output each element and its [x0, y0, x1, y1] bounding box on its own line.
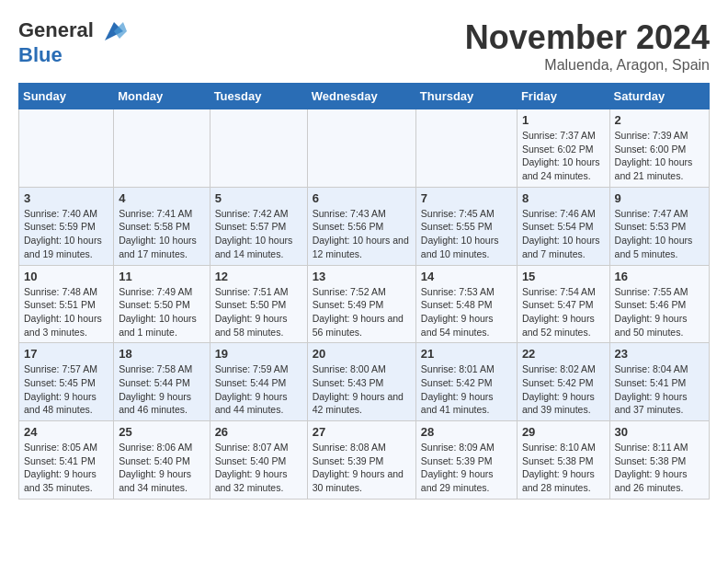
day-info: Sunrise: 7:54 AM Sunset: 5:47 PM Dayligh… [522, 285, 605, 339]
day-number: 26 [215, 425, 302, 439]
day-info: Sunrise: 8:11 AM Sunset: 5:38 PM Dayligh… [615, 441, 704, 495]
calendar-cell: 24Sunrise: 8:05 AM Sunset: 5:41 PM Dayli… [19, 421, 114, 500]
calendar-cell: 7Sunrise: 7:45 AM Sunset: 5:55 PM Daylig… [415, 187, 517, 265]
day-number: 16 [615, 270, 704, 283]
calendar-cell: 18Sunrise: 7:58 AM Sunset: 5:44 PM Dayli… [114, 343, 210, 421]
calendar-cell: 2Sunrise: 7:39 AM Sunset: 6:00 PM Daylig… [609, 109, 709, 188]
day-number: 6 [313, 191, 411, 205]
day-number: 25 [119, 425, 204, 439]
calendar-cell: 10Sunrise: 7:48 AM Sunset: 5:51 PM Dayli… [19, 265, 114, 343]
month-title: November 2024 [465, 18, 710, 57]
day-info: Sunrise: 8:06 AM Sunset: 5:40 PM Dayligh… [119, 441, 204, 495]
logo-text-blue: Blue [18, 44, 127, 66]
day-info: Sunrise: 7:57 AM Sunset: 5:45 PM Dayligh… [24, 362, 108, 417]
day-number: 12 [215, 270, 302, 283]
calendar-cell: 26Sunrise: 8:07 AM Sunset: 5:40 PM Dayli… [210, 421, 307, 500]
day-info: Sunrise: 8:09 AM Sunset: 5:39 PM Dayligh… [421, 441, 512, 495]
day-info: Sunrise: 7:51 AM Sunset: 5:50 PM Dayligh… [215, 285, 302, 339]
calendar-cell [307, 109, 415, 188]
header-thursday: Thursday [415, 84, 517, 109]
calendar-cell: 29Sunrise: 8:10 AM Sunset: 5:38 PM Dayli… [517, 421, 609, 500]
calendar-cell [415, 109, 517, 188]
calendar-cell: 20Sunrise: 8:00 AM Sunset: 5:43 PM Dayli… [307, 343, 415, 421]
calendar-table: SundayMondayTuesdayWednesdayThursdayFrid… [18, 83, 710, 500]
day-info: Sunrise: 7:39 AM Sunset: 6:00 PM Dayligh… [615, 129, 704, 183]
day-number: 15 [522, 270, 605, 283]
calendar-cell: 28Sunrise: 8:09 AM Sunset: 5:39 PM Dayli… [415, 421, 517, 500]
calendar-cell: 11Sunrise: 7:49 AM Sunset: 5:50 PM Dayli… [114, 265, 210, 343]
calendar-header-row: SundayMondayTuesdayWednesdayThursdayFrid… [19, 84, 710, 109]
header-saturday: Saturday [609, 84, 709, 109]
day-info: Sunrise: 7:49 AM Sunset: 5:50 PM Dayligh… [119, 285, 204, 339]
day-info: Sunrise: 7:59 AM Sunset: 5:44 PM Dayligh… [215, 362, 302, 417]
day-info: Sunrise: 7:45 AM Sunset: 5:55 PM Dayligh… [421, 207, 512, 261]
day-info: Sunrise: 7:46 AM Sunset: 5:54 PM Dayligh… [522, 207, 605, 261]
day-info: Sunrise: 7:41 AM Sunset: 5:58 PM Dayligh… [119, 207, 204, 261]
header-monday: Monday [114, 84, 210, 109]
day-number: 30 [615, 425, 704, 439]
day-number: 18 [119, 347, 204, 361]
day-info: Sunrise: 7:42 AM Sunset: 5:57 PM Dayligh… [215, 207, 302, 261]
calendar-cell [114, 109, 210, 188]
day-number: 2 [615, 113, 704, 127]
day-info: Sunrise: 8:01 AM Sunset: 5:42 PM Dayligh… [421, 362, 512, 417]
day-info: Sunrise: 8:10 AM Sunset: 5:38 PM Dayligh… [522, 441, 605, 495]
calendar-cell: 23Sunrise: 8:04 AM Sunset: 5:41 PM Dayli… [609, 343, 709, 421]
day-number: 28 [421, 425, 512, 439]
day-number: 8 [522, 191, 605, 205]
calendar-cell: 17Sunrise: 7:57 AM Sunset: 5:45 PM Dayli… [19, 343, 114, 421]
week-row-1: 3Sunrise: 7:40 AM Sunset: 5:59 PM Daylig… [19, 187, 710, 265]
calendar-cell: 9Sunrise: 7:47 AM Sunset: 5:53 PM Daylig… [609, 187, 709, 265]
day-number: 13 [313, 270, 411, 283]
day-info: Sunrise: 7:37 AM Sunset: 6:02 PM Dayligh… [522, 129, 605, 183]
day-number: 1 [522, 113, 605, 127]
day-number: 5 [215, 191, 302, 205]
header-wednesday: Wednesday [307, 84, 415, 109]
calendar-cell: 15Sunrise: 7:54 AM Sunset: 5:47 PM Dayli… [517, 265, 609, 343]
header-tuesday: Tuesday [210, 84, 307, 109]
location-title: Maluenda, Aragon, Spain [465, 57, 710, 74]
calendar-cell: 13Sunrise: 7:52 AM Sunset: 5:49 PM Dayli… [307, 265, 415, 343]
day-number: 14 [421, 270, 512, 283]
calendar-cell: 25Sunrise: 8:06 AM Sunset: 5:40 PM Dayli… [114, 421, 210, 500]
day-info: Sunrise: 8:08 AM Sunset: 5:39 PM Dayligh… [313, 441, 411, 495]
day-number: 24 [24, 425, 108, 439]
day-number: 29 [522, 425, 605, 439]
day-number: 7 [421, 191, 512, 205]
day-info: Sunrise: 7:52 AM Sunset: 5:49 PM Dayligh… [313, 285, 411, 339]
day-info: Sunrise: 8:05 AM Sunset: 5:41 PM Dayligh… [24, 441, 108, 495]
calendar-cell: 19Sunrise: 7:59 AM Sunset: 5:44 PM Dayli… [210, 343, 307, 421]
day-info: Sunrise: 8:07 AM Sunset: 5:40 PM Dayligh… [215, 441, 302, 495]
day-info: Sunrise: 8:04 AM Sunset: 5:41 PM Dayligh… [615, 362, 704, 417]
calendar-cell: 3Sunrise: 7:40 AM Sunset: 5:59 PM Daylig… [19, 187, 114, 265]
calendar-cell: 21Sunrise: 8:01 AM Sunset: 5:42 PM Dayli… [415, 343, 517, 421]
day-number: 20 [313, 347, 411, 361]
day-info: Sunrise: 7:48 AM Sunset: 5:51 PM Dayligh… [24, 285, 108, 339]
day-number: 21 [421, 347, 512, 361]
calendar-cell: 4Sunrise: 7:41 AM Sunset: 5:58 PM Daylig… [114, 187, 210, 265]
calendar-cell: 16Sunrise: 7:55 AM Sunset: 5:46 PM Dayli… [609, 265, 709, 343]
calendar-cell: 27Sunrise: 8:08 AM Sunset: 5:39 PM Dayli… [307, 421, 415, 500]
calendar-cell: 1Sunrise: 7:37 AM Sunset: 6:02 PM Daylig… [517, 109, 609, 188]
day-info: Sunrise: 8:00 AM Sunset: 5:43 PM Dayligh… [313, 362, 411, 417]
calendar-cell: 12Sunrise: 7:51 AM Sunset: 5:50 PM Dayli… [210, 265, 307, 343]
week-row-2: 10Sunrise: 7:48 AM Sunset: 5:51 PM Dayli… [19, 265, 710, 343]
day-info: Sunrise: 7:53 AM Sunset: 5:48 PM Dayligh… [421, 285, 512, 339]
day-number: 11 [119, 270, 204, 283]
day-info: Sunrise: 7:55 AM Sunset: 5:46 PM Dayligh… [615, 285, 704, 339]
week-row-0: 1Sunrise: 7:37 AM Sunset: 6:02 PM Daylig… [19, 109, 710, 188]
week-row-4: 24Sunrise: 8:05 AM Sunset: 5:41 PM Dayli… [19, 421, 710, 500]
day-number: 27 [313, 425, 411, 439]
calendar-cell: 22Sunrise: 8:02 AM Sunset: 5:42 PM Dayli… [517, 343, 609, 421]
day-info: Sunrise: 7:58 AM Sunset: 5:44 PM Dayligh… [119, 362, 204, 417]
calendar-cell: 30Sunrise: 8:11 AM Sunset: 5:38 PM Dayli… [609, 421, 709, 500]
day-info: Sunrise: 8:02 AM Sunset: 5:42 PM Dayligh… [522, 362, 605, 417]
calendar-cell: 6Sunrise: 7:43 AM Sunset: 5:56 PM Daylig… [307, 187, 415, 265]
day-number: 23 [615, 347, 704, 361]
calendar-cell: 5Sunrise: 7:42 AM Sunset: 5:57 PM Daylig… [210, 187, 307, 265]
logo-text-general: General [18, 18, 94, 41]
day-number: 17 [24, 347, 108, 361]
page-header: General Blue November 2024 Maluenda, Ara… [18, 18, 710, 74]
logo: General Blue [18, 18, 127, 66]
week-row-3: 17Sunrise: 7:57 AM Sunset: 5:45 PM Dayli… [19, 343, 710, 421]
